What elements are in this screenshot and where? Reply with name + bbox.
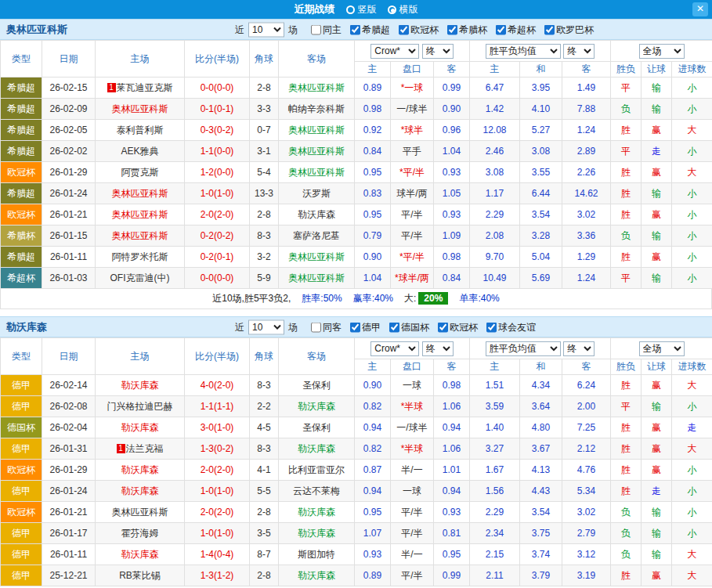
match-date: 26-01-17 (42, 523, 96, 544)
filter-checkbox[interactable]: 欧罗巴杯 (544, 23, 594, 36)
radio-vertical[interactable]: 竖版 (346, 3, 377, 16)
match-date: 26-01-15 (42, 225, 96, 247)
euro-away-odds: 3.36 (562, 225, 611, 247)
filter-checkbox[interactable]: 希腊杯 (447, 23, 487, 36)
corner-cell: 2-8 (250, 502, 279, 523)
type-badge: 德甲 (1, 565, 42, 586)
recent-label: 近 (235, 23, 244, 36)
filter-checkbox-input[interactable] (438, 322, 448, 332)
col-header: 日期 (42, 41, 96, 78)
titlebar: 近期战绩 竖版 横版 ✕ (0, 0, 712, 19)
ah-home-odds: 0.84 (355, 141, 391, 162)
type-badge: 欧冠杯 (1, 460, 42, 481)
ah-away-odds: 0.90 (434, 99, 470, 120)
match-row: 德国杯26-02-04勒沃库森3-0(1-0)4-5圣保利0.94一/球半0.9… (1, 417, 712, 438)
scope-select[interactable]: 全场 (639, 44, 685, 59)
filter-checkbox[interactable]: 同客 (311, 320, 342, 334)
odds-company-select[interactable]: Crow* (370, 44, 419, 59)
filter-checkbox-input[interactable] (389, 322, 399, 332)
col-header: 和 (520, 62, 562, 78)
euro-away-odds: 2.89 (562, 141, 611, 162)
filter-checkbox[interactable]: 希腊超 (350, 23, 390, 36)
filter-checkbox-input[interactable] (350, 322, 360, 332)
filter-checkbox[interactable]: 德甲 (350, 320, 381, 334)
ah-home-odds: 0.87 (355, 460, 391, 481)
ah-home-odds: 0.94 (355, 481, 391, 502)
euro-draw-odds: 3.79 (520, 565, 562, 586)
ah-away-odds: 1.06 (434, 396, 470, 417)
section-header: 奥林匹亚科斯 近 10 场 同主希腊超欧冠杯希腊杯希超杯欧罗巴杯 (0, 19, 712, 40)
filter-checkbox-input[interactable] (447, 24, 457, 34)
corner-cell: 8-3 (250, 375, 279, 396)
filter-checkbox-label: 球会友谊 (498, 320, 536, 334)
rank-badge: 1 (107, 83, 116, 92)
recent-count-select[interactable]: 10 (248, 319, 284, 334)
handicap-cell: *平/半 (391, 247, 434, 268)
result-cell: 胜 (611, 375, 642, 396)
filter-checkbox-input[interactable] (544, 24, 555, 34)
filter-checkbox[interactable]: 德国杯 (389, 320, 429, 334)
type-badge: 欧冠杯 (1, 162, 42, 183)
euro-draw-odds: 3.67 (520, 438, 562, 460)
score-cell: 0-1(0-1) (185, 99, 250, 120)
filter-checkbox-input[interactable] (486, 322, 497, 332)
europe-time-select[interactable]: 终 (563, 341, 595, 356)
filter-checkbox[interactable]: 同主 (311, 23, 342, 36)
euro-away-odds: 7.88 (562, 99, 611, 120)
away-team: 奥林匹亚科斯 (279, 247, 355, 268)
col-header: 客 (434, 62, 470, 78)
filter-checkbox-input[interactable] (399, 24, 409, 34)
filter-checkbox[interactable]: 欧冠杯 (438, 320, 478, 334)
goals-result-cell: 小 (672, 460, 712, 481)
type-badge: 希腊超 (1, 141, 42, 162)
summary-win-rate: 胜率:50% (302, 292, 342, 305)
filter-checkbox-input[interactable] (496, 24, 506, 34)
match-date: 26-02-02 (42, 141, 96, 162)
ah-away-odds: 0.93 (434, 162, 470, 183)
euro-away-odds: 3.19 (562, 565, 611, 586)
scope-select[interactable]: 全场 (639, 341, 685, 356)
odds-company-select[interactable]: Crow* (370, 341, 419, 356)
euro-draw-odds: 4.80 (520, 417, 562, 438)
europe-odds-select[interactable]: 胜平负均值 (486, 44, 561, 59)
match-row: 德甲26-01-17霍芬海姆1-0(1-0)3-5勒沃库森1.07平/半0.81… (1, 523, 712, 544)
odds-time-select[interactable]: 终 (422, 341, 454, 356)
ah-away-odds: 0.98 (434, 375, 470, 396)
europe-odds-select[interactable]: 胜平负均值 (486, 341, 561, 356)
team-name: 勒沃库森 (6, 320, 47, 334)
filter-checkbox-input[interactable] (350, 24, 360, 34)
result-cell: 胜 (611, 460, 642, 481)
league-filters: 同主希腊超欧冠杯希腊杯希超杯欧罗巴杯 (311, 23, 594, 36)
euro-draw-odds: 3.54 (520, 502, 562, 523)
filter-checkbox[interactable]: 球会友谊 (486, 320, 536, 334)
match-row: 希腊超26-01-24奥林匹亚科斯1-0(1-0)13-3沃罗斯0.83球半/两… (1, 183, 712, 204)
radio-horizontal[interactable]: 横版 (388, 3, 418, 16)
result-cell: 胜 (611, 247, 642, 268)
away-team: 云达不莱梅 (279, 481, 355, 502)
filter-checkbox-input[interactable] (311, 24, 321, 34)
filter-checkbox-label: 希超杯 (508, 23, 536, 36)
filter-checkbox-input[interactable] (311, 322, 321, 332)
col-header: 进球数 (672, 359, 712, 375)
score-cell: 2-0(2-0) (185, 204, 250, 225)
ah-away-odds: 0.99 (434, 78, 470, 99)
ah-home-odds: 0.90 (355, 375, 391, 396)
filter-checkbox[interactable]: 希超杯 (496, 23, 536, 36)
close-icon: ✕ (696, 3, 704, 14)
ah-away-odds: 1.01 (434, 460, 470, 481)
filter-checkbox[interactable]: 欧冠杯 (399, 23, 439, 36)
radio-selected-icon (388, 5, 396, 14)
col-header: 比分(半场) (185, 41, 250, 78)
away-team: 斯图加特 (279, 544, 355, 565)
recent-count-select[interactable]: 10 (248, 22, 284, 37)
euro-home-odds: 3.59 (470, 396, 520, 417)
col-header: 客 (562, 62, 611, 78)
type-badge: 德甲 (1, 544, 42, 565)
odds-time-select[interactable]: 终 (422, 44, 454, 59)
type-badge: 欧冠杯 (1, 204, 42, 225)
corner-cell: 5-5 (250, 481, 279, 502)
europe-time-select[interactable]: 终 (563, 44, 595, 59)
scope-controls: 全场 (611, 338, 712, 359)
close-button[interactable]: ✕ (692, 2, 708, 16)
filter-checkbox-label: 德甲 (362, 320, 381, 334)
